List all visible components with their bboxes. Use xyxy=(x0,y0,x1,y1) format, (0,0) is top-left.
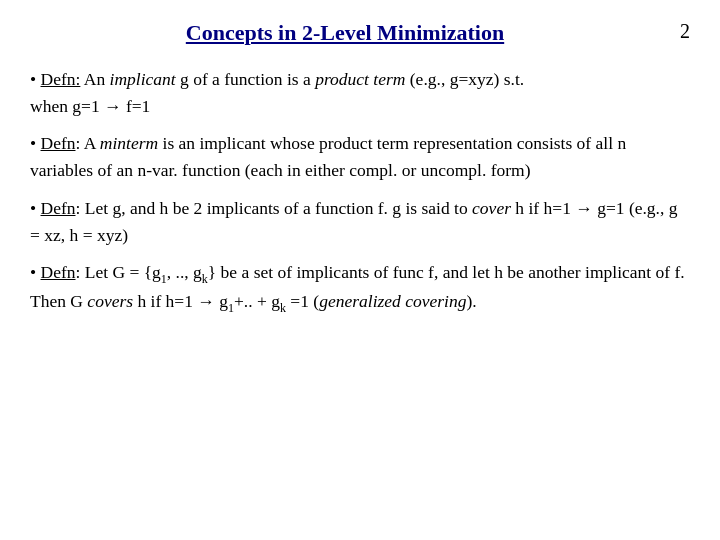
bullet-4-marker: • xyxy=(30,262,41,282)
bullet-1-marker: • xyxy=(30,69,41,89)
bullet-2: • Defn: A minterm is an implicant whose … xyxy=(30,130,690,184)
bullet-1-defn: Defn: xyxy=(41,69,81,89)
bullet-4-text: : Let G = {g1, .., gk} be a set of impli… xyxy=(30,262,685,311)
bullet-4: • Defn: Let G = {g1, .., gk} be a set of… xyxy=(30,259,690,317)
bullet-3-marker: • xyxy=(30,198,41,218)
bullet-2-text: : A minterm is an implicant whose produc… xyxy=(30,133,626,180)
bullet-1: • Defn: An implicant g of a function is … xyxy=(30,66,690,120)
bullet-3-text: : Let g, and h be 2 implicants of a func… xyxy=(30,198,678,245)
bullet-3: • Defn: Let g, and h be 2 implicants of … xyxy=(30,195,690,249)
page-title: Concepts in 2-Level Minimization xyxy=(30,20,660,46)
bullet-4-defn: Defn xyxy=(41,262,76,282)
page-container: Concepts in 2-Level Minimization 2 • Def… xyxy=(0,0,720,540)
bullet-2-defn: Defn xyxy=(41,133,76,153)
bullet-2-marker: • xyxy=(30,133,41,153)
bullet-1-text: An implicant g of a function is a produc… xyxy=(80,69,524,89)
page-number: 2 xyxy=(660,20,690,43)
bullet-1-continuation: when g=1 → f=1 xyxy=(30,96,150,116)
main-content: • Defn: An implicant g of a function is … xyxy=(30,66,690,317)
header-row: Concepts in 2-Level Minimization 2 xyxy=(30,20,690,46)
bullet-3-defn: Defn xyxy=(41,198,76,218)
